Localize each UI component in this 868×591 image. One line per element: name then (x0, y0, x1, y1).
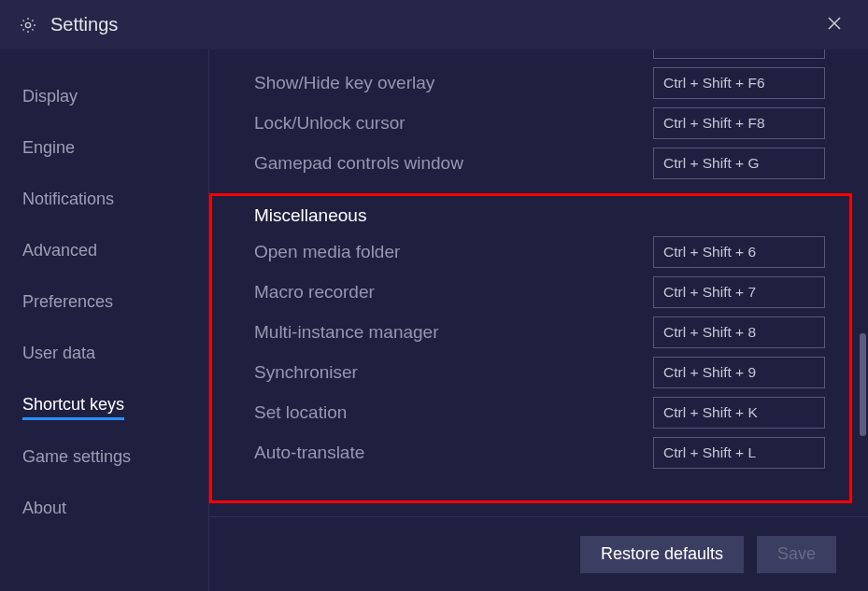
shortcut-input-gamepad[interactable] (653, 148, 825, 179)
shortcut-row: Show/Hide key overlay (254, 63, 825, 103)
shortcut-label: Multi-instance manager (254, 322, 438, 343)
sidebar-item-shortcut-keys[interactable]: Shortcut keys (22, 390, 124, 420)
shortcut-input-synchroniser[interactable] (653, 357, 825, 388)
window-title: Settings (50, 14, 118, 35)
shortcut-label: Lock/Unlock cursor (254, 113, 406, 134)
shortcut-label: Open media folder (254, 242, 400, 262)
sidebar-item-preferences[interactable]: Preferences (22, 288, 113, 317)
shortcut-input-overlay[interactable] (653, 67, 825, 99)
shortcut-input-set-location[interactable] (653, 397, 825, 429)
shortcut-label: Auto-translate (254, 443, 364, 463)
sidebar-item-engine[interactable]: Engine (22, 134, 75, 162)
sidebar-item-notifications[interactable]: Notifications (22, 185, 114, 214)
shortcut-row: Auto-translate (254, 432, 825, 472)
content-area: Show/Hide key overlay Lock/Unlock cursor… (209, 49, 868, 516)
footer: Restore defaults Save (209, 516, 868, 591)
shortcut-row: Macro recorder (254, 272, 825, 312)
save-button[interactable]: Save (757, 536, 836, 573)
close-icon[interactable] (819, 10, 849, 39)
section-title-misc: Miscellaneous (254, 205, 825, 226)
scrollbar-thumb[interactable] (860, 333, 866, 436)
shortcut-label: Macro recorder (254, 282, 375, 303)
shortcut-row: Synchroniser (254, 352, 825, 392)
shortcut-input-media-folder[interactable] (653, 236, 825, 268)
shortcut-row: Lock/Unlock cursor (254, 103, 825, 143)
sidebar-item-display[interactable]: Display (22, 82, 78, 111)
shortcut-label: Gamepad controls window (254, 153, 463, 174)
restore-defaults-button[interactable]: Restore defaults (580, 536, 744, 573)
svg-point-0 (25, 22, 30, 27)
sidebar-item-advanced[interactable]: Advanced (22, 236, 97, 265)
shortcut-input[interactable] (653, 49, 825, 59)
gear-icon (19, 16, 37, 35)
shortcut-row: Multi-instance manager (254, 312, 825, 352)
sidebar-item-user-data[interactable]: User data (22, 339, 95, 368)
shortcut-row: Gamepad controls window (254, 143, 825, 183)
shortcut-input-multi-instance[interactable] (653, 317, 825, 348)
shortcut-label: Synchroniser (254, 362, 358, 383)
sidebar-item-about[interactable]: About (22, 494, 66, 523)
sidebar: Display Engine Notifications Advanced Pr… (0, 49, 209, 591)
shortcut-input-cursor[interactable] (653, 107, 825, 139)
shortcut-label: Show/Hide key overlay (254, 73, 434, 93)
sidebar-item-game-settings[interactable]: Game settings (22, 443, 131, 471)
titlebar: Settings (0, 0, 868, 49)
shortcut-input-macro[interactable] (653, 276, 825, 308)
shortcut-row: Open media folder (254, 232, 825, 272)
shortcut-input-auto-translate[interactable] (653, 437, 825, 469)
shortcut-row: Set location (254, 392, 825, 432)
shortcut-label: Set location (254, 402, 347, 423)
